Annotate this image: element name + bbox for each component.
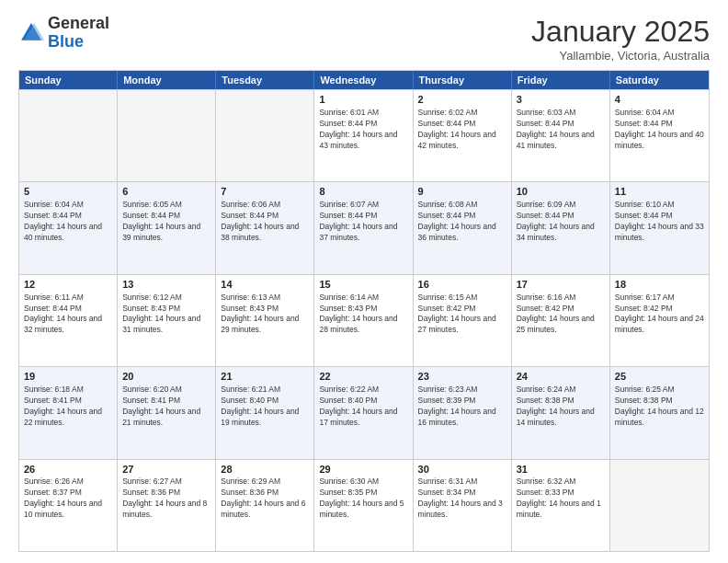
header: General Blue January 2025 Yallambie, Vic…: [18, 15, 710, 63]
calendar-cell: 15Sunrise: 6:14 AMSunset: 8:43 PMDayligh…: [314, 275, 413, 366]
day-number: 4: [615, 93, 704, 107]
calendar-cell: 10Sunrise: 6:09 AMSunset: 8:44 PMDayligh…: [512, 182, 610, 273]
cell-details: Sunrise: 6:04 AMSunset: 8:44 PMDaylight:…: [615, 108, 704, 152]
day-number: 17: [517, 278, 605, 292]
cell-details: Sunrise: 6:14 AMSunset: 8:43 PMDaylight:…: [319, 293, 407, 337]
day-number: 13: [122, 278, 210, 292]
cell-details: Sunrise: 6:12 AMSunset: 8:43 PMDaylight:…: [122, 293, 210, 337]
weekday-header: Monday: [118, 71, 216, 89]
calendar-cell: 27Sunrise: 6:27 AMSunset: 8:36 PMDayligh…: [118, 460, 216, 551]
logo: General Blue: [18, 15, 109, 52]
calendar-body: 1Sunrise: 6:01 AMSunset: 8:44 PMDaylight…: [19, 89, 709, 551]
day-number: 26: [24, 463, 112, 477]
calendar-row: 1Sunrise: 6:01 AMSunset: 8:44 PMDaylight…: [19, 89, 709, 181]
weekday-header: Sunday: [19, 71, 118, 89]
calendar-cell: 24Sunrise: 6:24 AMSunset: 8:38 PMDayligh…: [512, 367, 610, 458]
cell-details: Sunrise: 6:24 AMSunset: 8:38 PMDaylight:…: [517, 385, 605, 429]
calendar-row: 5Sunrise: 6:04 AMSunset: 8:44 PMDaylight…: [19, 181, 709, 273]
cell-details: Sunrise: 6:09 AMSunset: 8:44 PMDaylight:…: [517, 200, 605, 244]
cell-details: Sunrise: 6:06 AMSunset: 8:44 PMDaylight:…: [221, 200, 309, 244]
cell-details: Sunrise: 6:03 AMSunset: 8:44 PMDaylight:…: [517, 108, 605, 152]
calendar-cell: 29Sunrise: 6:30 AMSunset: 8:35 PMDayligh…: [314, 460, 413, 551]
calendar-cell: 16Sunrise: 6:15 AMSunset: 8:42 PMDayligh…: [414, 275, 512, 366]
day-number: 20: [122, 370, 210, 384]
cell-details: Sunrise: 6:27 AMSunset: 8:36 PMDaylight:…: [122, 477, 210, 521]
logo-general: General: [48, 14, 109, 32]
day-number: 30: [418, 463, 506, 477]
calendar: SundayMondayTuesdayWednesdayThursdayFrid…: [18, 70, 710, 552]
calendar-cell: 2Sunrise: 6:02 AMSunset: 8:44 PMDaylight…: [414, 90, 512, 181]
calendar-cell: 7Sunrise: 6:06 AMSunset: 8:44 PMDaylight…: [216, 182, 314, 273]
calendar-cell: [118, 90, 216, 181]
cell-details: Sunrise: 6:08 AMSunset: 8:44 PMDaylight:…: [418, 200, 506, 244]
cell-details: Sunrise: 6:13 AMSunset: 8:43 PMDaylight:…: [221, 293, 309, 337]
day-number: 18: [615, 278, 704, 292]
calendar-cell: 31Sunrise: 6:32 AMSunset: 8:33 PMDayligh…: [512, 460, 610, 551]
calendar-cell: 4Sunrise: 6:04 AMSunset: 8:44 PMDaylight…: [610, 90, 709, 181]
cell-details: Sunrise: 6:02 AMSunset: 8:44 PMDaylight:…: [418, 108, 506, 152]
calendar-row: 19Sunrise: 6:18 AMSunset: 8:41 PMDayligh…: [19, 366, 709, 458]
day-number: 6: [122, 185, 210, 199]
cell-details: Sunrise: 6:04 AMSunset: 8:44 PMDaylight:…: [24, 200, 112, 244]
title-block: January 2025 Yallambie, Victoria, Austra…: [531, 15, 710, 63]
calendar-row: 12Sunrise: 6:11 AMSunset: 8:44 PMDayligh…: [19, 274, 709, 366]
cell-details: Sunrise: 6:32 AMSunset: 8:33 PMDaylight:…: [517, 477, 605, 521]
day-number: 7: [221, 185, 309, 199]
cell-details: Sunrise: 6:31 AMSunset: 8:34 PMDaylight:…: [418, 477, 506, 521]
calendar-cell: [19, 90, 118, 181]
logo-icon: [18, 20, 44, 46]
day-number: 22: [319, 370, 407, 384]
cell-details: Sunrise: 6:05 AMSunset: 8:44 PMDaylight:…: [122, 200, 210, 244]
weekday-header: Thursday: [414, 71, 512, 89]
day-number: 12: [24, 278, 112, 292]
calendar-cell: 25Sunrise: 6:25 AMSunset: 8:38 PMDayligh…: [610, 367, 709, 458]
cell-details: Sunrise: 6:30 AMSunset: 8:35 PMDaylight:…: [319, 477, 407, 521]
day-number: 23: [418, 370, 506, 384]
cell-details: Sunrise: 6:17 AMSunset: 8:42 PMDaylight:…: [615, 293, 704, 337]
weekday-header: Tuesday: [216, 71, 314, 89]
day-number: 2: [418, 93, 506, 107]
calendar-cell: 23Sunrise: 6:23 AMSunset: 8:39 PMDayligh…: [414, 367, 512, 458]
cell-details: Sunrise: 6:20 AMSunset: 8:41 PMDaylight:…: [122, 385, 210, 429]
cell-details: Sunrise: 6:10 AMSunset: 8:44 PMDaylight:…: [615, 200, 704, 244]
weekday-header: Friday: [512, 71, 610, 89]
weekday-header: Wednesday: [314, 71, 413, 89]
calendar-cell: 28Sunrise: 6:29 AMSunset: 8:36 PMDayligh…: [216, 460, 314, 551]
calendar-cell: [610, 460, 709, 551]
calendar-cell: 5Sunrise: 6:04 AMSunset: 8:44 PMDaylight…: [19, 182, 118, 273]
cell-details: Sunrise: 6:29 AMSunset: 8:36 PMDaylight:…: [221, 477, 309, 521]
calendar-cell: 21Sunrise: 6:21 AMSunset: 8:40 PMDayligh…: [216, 367, 314, 458]
day-number: 21: [221, 370, 309, 384]
day-number: 9: [418, 185, 506, 199]
calendar-cell: 11Sunrise: 6:10 AMSunset: 8:44 PMDayligh…: [610, 182, 709, 273]
location-subtitle: Yallambie, Victoria, Australia: [531, 49, 710, 63]
day-number: 5: [24, 185, 112, 199]
calendar-cell: 30Sunrise: 6:31 AMSunset: 8:34 PMDayligh…: [414, 460, 512, 551]
day-number: 10: [517, 185, 605, 199]
calendar-row: 26Sunrise: 6:26 AMSunset: 8:37 PMDayligh…: [19, 459, 709, 551]
cell-details: Sunrise: 6:22 AMSunset: 8:40 PMDaylight:…: [319, 385, 407, 429]
calendar-cell: 9Sunrise: 6:08 AMSunset: 8:44 PMDaylight…: [414, 182, 512, 273]
day-number: 8: [319, 185, 407, 199]
day-number: 29: [319, 463, 407, 477]
page: General Blue January 2025 Yallambie, Vic…: [0, 0, 728, 563]
cell-details: Sunrise: 6:01 AMSunset: 8:44 PMDaylight:…: [319, 108, 407, 152]
day-number: 11: [615, 185, 704, 199]
cell-details: Sunrise: 6:18 AMSunset: 8:41 PMDaylight:…: [24, 385, 112, 429]
weekday-header: Saturday: [610, 71, 709, 89]
calendar-cell: [216, 90, 314, 181]
day-number: 24: [517, 370, 605, 384]
calendar-cell: 19Sunrise: 6:18 AMSunset: 8:41 PMDayligh…: [19, 367, 118, 458]
cell-details: Sunrise: 6:15 AMSunset: 8:42 PMDaylight:…: [418, 293, 506, 337]
calendar-cell: 14Sunrise: 6:13 AMSunset: 8:43 PMDayligh…: [216, 275, 314, 366]
calendar-cell: 6Sunrise: 6:05 AMSunset: 8:44 PMDaylight…: [118, 182, 216, 273]
cell-details: Sunrise: 6:11 AMSunset: 8:44 PMDaylight:…: [24, 293, 112, 337]
calendar-cell: 20Sunrise: 6:20 AMSunset: 8:41 PMDayligh…: [118, 367, 216, 458]
month-title: January 2025: [531, 15, 710, 49]
calendar-cell: 8Sunrise: 6:07 AMSunset: 8:44 PMDaylight…: [314, 182, 413, 273]
cell-details: Sunrise: 6:26 AMSunset: 8:37 PMDaylight:…: [24, 477, 112, 521]
day-number: 16: [418, 278, 506, 292]
day-number: 1: [319, 93, 407, 107]
calendar-cell: 26Sunrise: 6:26 AMSunset: 8:37 PMDayligh…: [19, 460, 118, 551]
cell-details: Sunrise: 6:25 AMSunset: 8:38 PMDaylight:…: [615, 385, 704, 429]
